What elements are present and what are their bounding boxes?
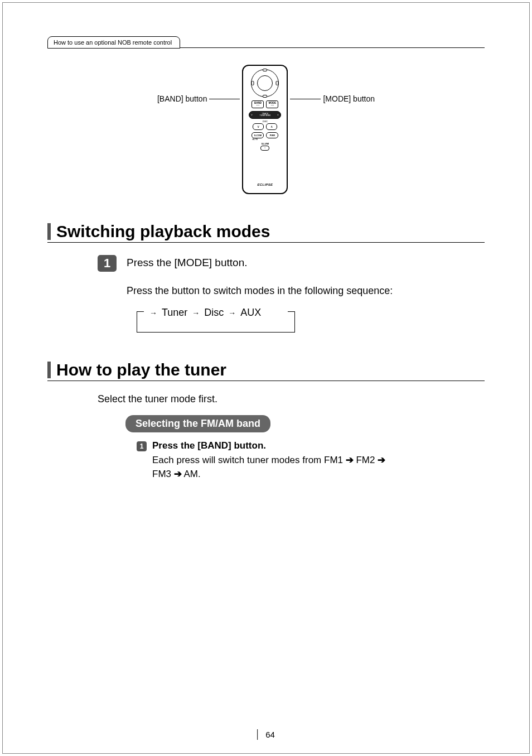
section-bar-icon	[47, 362, 51, 378]
tuner-intro: Select the tuner mode first.	[98, 393, 485, 405]
substep-number-1: 1	[137, 441, 147, 451]
mode-button-callout: [MODE] button	[323, 94, 375, 103]
remote-logo: ECLIPSE	[258, 183, 273, 186]
remote-diagram: [BAND] button BAND• • • MODE• • • ∨ TRAC…	[47, 65, 485, 194]
band-button-callout: [BAND] button	[157, 94, 207, 103]
remote-mute-label: MUTE	[252, 139, 258, 141]
arrow-icon: →	[192, 309, 200, 317]
seq-disc: Disc	[204, 307, 224, 319]
remote-pwr-button: PWR	[266, 132, 278, 138]
subheading-selecting-band: Selecting the FM/AM band	[125, 415, 270, 432]
page-number: 64	[257, 729, 275, 740]
substep-1-desc: Each press will switch tuner modes from …	[152, 454, 485, 481]
callout-line-right	[290, 99, 321, 99]
arrow-icon: ➔	[378, 455, 385, 465]
substep-1-title: Press the [BAND] button.	[152, 440, 485, 451]
step-number-1: 1	[98, 255, 117, 272]
breadcrumb-tab: How to use an optional NOB remote contro…	[47, 36, 180, 49]
callout-line-left	[209, 99, 240, 99]
section-title: How to play the tuner	[56, 360, 226, 379]
step-1-text: Press the [MODE] button.	[127, 255, 247, 269]
seq-aux: AUX	[240, 307, 261, 319]
arrow-icon: ➔	[346, 455, 354, 465]
remote-disc-label: DISC	[263, 121, 268, 123]
arrow-icon: ➔	[174, 469, 182, 479]
section-bar-icon	[47, 223, 51, 240]
remote-dial	[251, 69, 279, 97]
remote-illumi-button: ☼	[260, 146, 269, 151]
remote-disc-up: ∧	[266, 123, 277, 130]
section-switching-modes: Switching playback modes	[47, 222, 485, 243]
remote-scom-button: S-COM	[252, 132, 264, 138]
remote-track-pill: ∨ TRACK TUNE SEEK ∧	[249, 111, 281, 119]
mode-sequence-box: → Tuner → Disc → AUX	[137, 311, 295, 333]
remote-illustration: BAND• • • MODE• • • ∨ TRACK TUNE SEEK ∧ …	[242, 65, 288, 194]
remote-band-button: BAND• • •	[252, 100, 264, 108]
remote-disc-down: ∨	[253, 123, 264, 130]
section-title: Switching playback modes	[56, 222, 270, 241]
arrow-icon: →	[228, 309, 236, 317]
remote-mode-button: MODE• • •	[266, 100, 278, 108]
arrow-icon: →	[149, 309, 157, 317]
step-1-body: Press the button to switch modes in the …	[127, 285, 462, 297]
seq-tuner: Tuner	[162, 307, 187, 319]
section-how-to-play-tuner: How to play the tuner	[47, 360, 485, 381]
remote-illumi-label: ILLUMI	[260, 143, 269, 145]
